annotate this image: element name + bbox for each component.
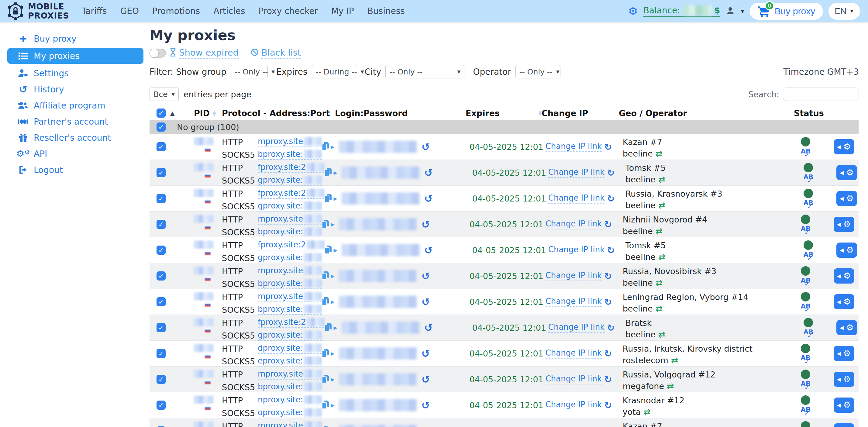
change-ip-link[interactable]: Change IP link	[546, 426, 602, 427]
copy-address-button[interactable]: ▶	[321, 349, 334, 358]
operator-swap-icon[interactable]: ⇄	[656, 149, 662, 158]
operator-swap-icon[interactable]: ⇄	[656, 278, 662, 287]
operator-filter-select[interactable]: -- Only --▼	[516, 65, 560, 79]
brightness-icon[interactable]: ⚙	[628, 6, 638, 17]
regenerate-credentials-icon[interactable]: ↺	[422, 142, 430, 152]
sidebar-item-affiliate-program[interactable]: Affiliate program	[0, 98, 150, 113]
http-address-link[interactable]: mproxy.site	[258, 421, 321, 427]
operator-swap-icon[interactable]: ⇄	[658, 252, 665, 262]
socks5-address-link[interactable]: bproxy.site:	[258, 279, 321, 289]
show-expired-toggle[interactable]	[150, 49, 166, 58]
change-ip-refresh-icon[interactable]: ↻	[604, 142, 612, 152]
copy-address-button[interactable]: ▶	[321, 142, 334, 151]
change-ip-refresh-icon[interactable]: ↻	[604, 400, 612, 410]
row-checkbox[interactable]: ✓	[157, 271, 166, 280]
row-checkbox[interactable]: ✓	[157, 220, 166, 229]
user-menu-caret-icon[interactable]: ▼	[741, 8, 744, 14]
nav-item-business[interactable]: Business	[367, 6, 405, 16]
brand[interactable]: MOBILE PROXIES	[7, 2, 69, 20]
row-settings-button[interactable]: ◀ ⚙	[834, 398, 854, 413]
change-ip-refresh-icon[interactable]: ↻	[604, 374, 612, 385]
http-address-link[interactable]: dproxy.site:	[258, 343, 321, 354]
group-filter-select[interactable]: -- Only --▼	[231, 65, 268, 79]
regenerate-credentials-icon[interactable]: ↺	[422, 400, 430, 410]
header-pid[interactable]: PID ▲▼	[194, 106, 222, 120]
entries-per-page-select[interactable]: Все▼	[150, 88, 179, 101]
http-address-link[interactable]: fproxy.site:2	[258, 188, 324, 199]
http-address-link[interactable]: mproxy.site	[258, 266, 321, 276]
copy-address-button[interactable]: ▶	[321, 271, 334, 280]
header-expires[interactable]: Expires ▲▼	[466, 106, 541, 120]
group-checkbox[interactable]: ✓	[157, 122, 166, 131]
select-all-checkbox[interactable]: ✓	[157, 109, 166, 118]
change-ip-refresh-icon[interactable]: ↻	[604, 219, 612, 230]
regenerate-credentials-icon[interactable]: ↺	[422, 426, 430, 427]
operator-swap-icon[interactable]: ⇄	[671, 356, 678, 365]
change-ip-refresh-icon[interactable]: ↻	[604, 297, 612, 307]
copy-address-button[interactable]: ▶	[321, 375, 334, 384]
socks5-address-link[interactable]: bproxy.site:	[258, 150, 321, 160]
copy-address-button[interactable]: ▶	[324, 246, 337, 255]
row-settings-button[interactable]: ◀ ⚙	[834, 372, 854, 387]
regenerate-credentials-icon[interactable]: ↺	[424, 193, 433, 204]
row-settings-button[interactable]: ◀ ⚙	[836, 165, 857, 180]
operator-swap-icon[interactable]: ⇄	[667, 382, 674, 391]
socks5-address-link[interactable]: eproxy.site:	[258, 356, 321, 367]
change-ip-refresh-icon[interactable]: ↻	[607, 245, 615, 255]
http-address-link[interactable]: fproxy.site:2	[258, 162, 324, 173]
change-ip-refresh-icon[interactable]: ↻	[604, 426, 612, 427]
change-ip-link[interactable]: Change IP link	[548, 245, 604, 255]
change-ip-refresh-icon[interactable]: ↻	[604, 271, 612, 281]
socks5-address-link[interactable]: oproxy.site:	[258, 408, 321, 418]
change-ip-refresh-icon[interactable]: ↻	[604, 348, 612, 359]
operator-swap-icon[interactable]: ⇄	[658, 330, 665, 339]
socks5-address-link[interactable]: bproxy.site:	[258, 227, 321, 237]
http-address-link[interactable]: fproxy.site:2	[258, 317, 324, 328]
nav-item-geo[interactable]: GEO	[120, 6, 139, 16]
copy-address-button[interactable]: ▶	[324, 194, 337, 203]
regenerate-credentials-icon[interactable]: ↺	[422, 271, 430, 281]
nav-item-promotions[interactable]: Promotions	[152, 6, 200, 16]
socks5-address-link[interactable]: gproxy.site:	[258, 201, 321, 212]
operator-swap-icon[interactable]: ⇄	[656, 304, 662, 313]
row-checkbox[interactable]: ✓	[157, 168, 166, 177]
copy-address-button[interactable]: ▶	[324, 168, 337, 177]
row-checkbox[interactable]: ✓	[157, 375, 166, 384]
row-checkbox[interactable]: ✓	[157, 323, 166, 332]
expires-filter-select[interactable]: -- During --▼	[312, 65, 356, 79]
copy-address-button[interactable]: ▶	[321, 297, 334, 306]
city-filter-select[interactable]: -- Only --▼	[385, 65, 464, 79]
balance-link[interactable]: Balance: $	[643, 5, 720, 17]
nav-item-proxy-checker[interactable]: Proxy checker	[259, 6, 318, 16]
change-ip-link[interactable]: Change IP link	[548, 323, 604, 333]
row-checkbox[interactable]: ✓	[157, 246, 166, 255]
change-ip-link[interactable]: Change IP link	[546, 348, 602, 359]
socks5-address-link[interactable]: gproxy.site:	[258, 253, 321, 263]
row-settings-button[interactable]: ◀ ⚙	[836, 320, 857, 335]
black-list-link[interactable]: Black list	[251, 48, 301, 59]
row-settings-button[interactable]: ◀ ⚙	[834, 139, 854, 154]
operator-swap-icon[interactable]: ⇄	[656, 227, 662, 236]
row-settings-button[interactable]: ◀ ⚙	[834, 346, 854, 361]
http-address-link[interactable]: mproxy.site	[258, 137, 321, 147]
row-checkbox[interactable]: ✓	[157, 297, 166, 306]
http-address-link[interactable]: mproxy.site	[258, 214, 321, 224]
sidebar-item-history[interactable]: ↺History	[0, 82, 150, 97]
sidebar-item-api[interactable]: ⚙⚙API	[0, 147, 150, 161]
operator-swap-icon[interactable]: ⇄	[643, 407, 650, 417]
socks5-address-link[interactable]: gproxy.site:	[258, 330, 321, 341]
nav-item-tariffs[interactable]: Tariffs	[82, 6, 107, 16]
http-address-link[interactable]: nproxy.site:	[258, 395, 321, 405]
row-checkbox[interactable]: ✓	[157, 194, 166, 203]
row-settings-button[interactable]: ◀ ⚙	[834, 268, 854, 283]
sidebar-item-my-proxies[interactable]: My proxies	[7, 48, 144, 64]
change-ip-refresh-icon[interactable]: ↻	[607, 193, 615, 204]
socks5-address-link[interactable]: gproxy.site:	[258, 175, 321, 186]
http-address-link[interactable]: mproxy.site	[258, 369, 321, 379]
change-ip-refresh-icon[interactable]: ↻	[607, 167, 615, 178]
nav-item-articles[interactable]: Articles	[213, 6, 245, 16]
change-ip-refresh-icon[interactable]: ↻	[607, 323, 615, 333]
socks5-address-link[interactable]: bproxy.site:	[258, 382, 321, 392]
copy-address-button[interactable]: ▶	[321, 401, 334, 410]
operator-swap-icon[interactable]: ⇄	[658, 175, 665, 184]
